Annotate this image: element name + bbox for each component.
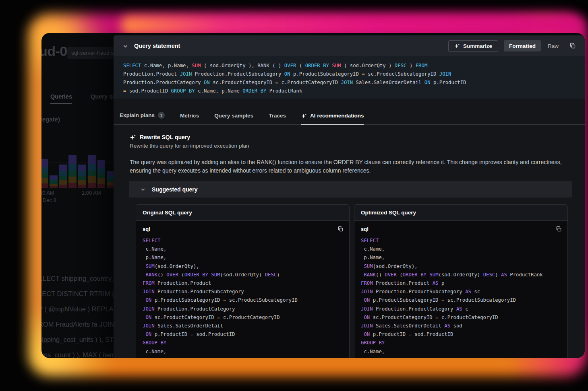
x-axis-date: n Dec 8 <box>41 197 56 203</box>
sparkle-icon <box>130 134 136 140</box>
chart-bar <box>68 155 77 188</box>
code-line: JOIN Sales.SalesOrderDetail <box>143 322 343 330</box>
code-line: c.Name, <box>361 348 561 356</box>
query-details-panel: Query statement Summarize Formatted Raw <box>114 35 585 358</box>
query-comparison: Original SQL query sql SELECT c.Name, p.… <box>136 204 568 358</box>
chart-bar <box>41 159 48 188</box>
code-line: JOIN Production.ProductSubcategory <box>143 288 343 296</box>
tab-query-samples[interactable]: Query samples <box>214 113 253 125</box>
tab-label: Traces <box>269 113 286 119</box>
code-line: SUM(sod.OrderQty), <box>143 262 343 271</box>
summarize-button[interactable]: Summarize <box>448 40 498 52</box>
code-line: RANK() OVER (ORDER BY SUM(sod.OrderQty) … <box>361 271 561 279</box>
code-line: p.Name <box>143 356 343 358</box>
code-line: p.Name, <box>361 253 561 262</box>
chart-title-fragment: regate) <box>41 116 60 123</box>
code-line: c.Name, <box>361 245 561 253</box>
tab-explain-plans[interactable]: Explain plans1 <box>120 112 165 125</box>
code-line: SUM(sod.OrderQty), <box>361 262 561 271</box>
code-line: c.Name, <box>143 348 343 356</box>
tab-ai-recommendations[interactable]: AI recommendations <box>301 113 364 125</box>
sparkle-icon <box>454 43 460 49</box>
view-formatted-button[interactable]: Formatted <box>504 40 541 51</box>
code-line: ON p.ProductSubcategoryID = sc.ProductSu… <box>143 296 343 305</box>
code-line: SELECT <box>143 237 343 245</box>
recommendation-description: The query was optimized by adding an ali… <box>130 158 575 175</box>
code-line: ON p.ProductID = sod.ProductID <box>143 330 343 339</box>
summarize-label: Summarize <box>463 43 492 49</box>
code-line: JOIN Production.ProductCategory <box>143 305 343 313</box>
copy-icon[interactable] <box>337 226 344 232</box>
suggested-query-toggle[interactable]: Suggested query <box>129 181 572 198</box>
ai-recommendations-content: Rewrite SQL query Rewrite this query for… <box>114 125 585 358</box>
tab-query-samples[interactable]: Query sa <box>91 93 116 100</box>
code-line: c.Name, <box>143 245 343 253</box>
code-line: JOIN Production.ProductCategory AS c <box>361 305 561 313</box>
original-query-panel: Original SQL query sql SELECT c.Name, p.… <box>136 204 350 358</box>
code-line: JOIN Sales.SalesOrderDetail AS sod <box>361 322 561 330</box>
code-line: ON p.ProductID = sod.ProductID <box>361 330 561 339</box>
optimized-sql-code: SELECT c.Name, p.Name, SUM(sod.OrderQty)… <box>354 236 567 358</box>
code-line: SELECT <box>361 237 561 245</box>
x-axis-tick: 00 AM <box>41 190 54 196</box>
suggested-query-label: Suggested query <box>152 186 198 193</box>
tab-metrics[interactable]: Metrics <box>180 113 199 125</box>
sql-statement-line: Production.ProductCategory ON sc.Product… <box>123 78 575 87</box>
code-line: FROM Production.Product <box>143 279 343 288</box>
view-toggle: Formatted Raw <box>504 40 564 51</box>
chart-bar <box>59 165 67 188</box>
chart-bar <box>50 175 58 188</box>
code-line: FROM Production.Product AS p <box>361 279 561 288</box>
sql-statement-line: = sod.ProductID GROUP BY c.Name, p.Name … <box>123 87 575 95</box>
code-line: p.Name <box>361 356 561 358</box>
sql-statement-line: SELECT c.Name, p.Name, SUM ( sod.OrderQt… <box>123 62 575 70</box>
bar-chart-bars <box>41 130 115 188</box>
code-language-label: sql <box>361 226 369 232</box>
code-line: GROUP BY <box>143 339 343 347</box>
x-axis-tick: 1:00 AM <box>82 190 101 196</box>
code-line: ON sc.ProductCategoryID = c.ProductCateg… <box>361 313 561 322</box>
code-line: ON p.ProductSubcategoryID = sc.ProductSu… <box>361 296 561 305</box>
tab-count-badge: 1 <box>158 112 165 119</box>
view-raw-button[interactable]: Raw <box>542 40 564 51</box>
code-language-label: sql <box>143 226 150 232</box>
panel-title: Original SQL query <box>136 205 349 221</box>
tab-label: Explain plans <box>120 112 155 118</box>
optimized-query-panel: Optimized SQL query sql SELECT c.Name, p… <box>354 204 568 358</box>
sql-statement: SELECT c.Name, p.Name, SUM ( sod.OrderQt… <box>114 56 585 99</box>
tab-label: AI recommendations <box>310 113 364 119</box>
query-statement-header: Query statement Summarize Formatted Raw <box>114 35 585 56</box>
recommendation-title: Rewrite SQL query <box>140 134 190 140</box>
glow-top-accent <box>121 16 584 35</box>
code-line: ON sc.ProductCategoryID = c.ProductCateg… <box>143 313 343 322</box>
tab-queries[interactable]: Queries <box>50 93 72 104</box>
chart-bar <box>97 160 106 188</box>
code-line: GROUP BY <box>361 339 561 347</box>
recommendation-subtitle: Rewrite this query for an improved execu… <box>130 143 249 149</box>
code-line: RANK() OVER (ORDER BY SUM(sod.OrderQty) … <box>143 271 343 279</box>
page-title: ud-0 <box>41 43 67 59</box>
page-background: ud-0 sql-server-fraud.sql.s Queries Quer… <box>0 0 588 391</box>
sql-statement-line: Production.Product JOIN Production.Produ… <box>123 70 575 78</box>
detail-tabs: Explain plans1MetricsQuery samplesTraces… <box>114 99 585 125</box>
original-sql-code: SELECT c.Name, p.Name, SUM(sod.OrderQty)… <box>136 236 349 358</box>
background-bar-chart <box>41 130 115 188</box>
copy-icon[interactable] <box>556 226 562 232</box>
panel-title: Optimized SQL query <box>354 205 567 221</box>
sparkle-icon <box>301 113 307 119</box>
dashboard-window: ud-0 sql-server-fraud.sql.s Queries Quer… <box>41 33 585 358</box>
chevron-down-icon <box>140 187 146 192</box>
chart-bar <box>88 155 96 188</box>
code-line: p.Name, <box>143 253 343 262</box>
tab-label: Query samples <box>214 113 253 119</box>
collapse-chevron-icon[interactable] <box>122 43 128 49</box>
tab-label: Metrics <box>180 113 199 119</box>
tab-traces[interactable]: Traces <box>269 113 286 125</box>
copy-icon[interactable] <box>569 43 576 49</box>
code-line: JOIN Production.ProductSubcategory AS sc <box>361 288 561 296</box>
chart-bar <box>78 165 86 188</box>
panel-title: Query statement <box>134 43 180 49</box>
